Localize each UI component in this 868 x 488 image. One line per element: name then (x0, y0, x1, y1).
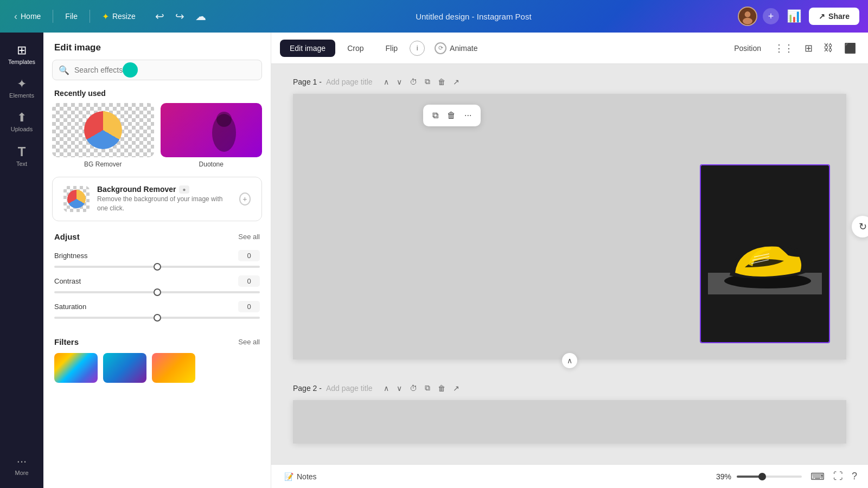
contrast-label: Contrast (54, 277, 81, 285)
page-1-up-button[interactable]: ∧ (381, 75, 391, 88)
notes-button[interactable]: 📝 Notes (280, 470, 321, 483)
zoom-knob[interactable] (758, 473, 766, 480)
cloud-button[interactable]: ☁ (192, 7, 209, 26)
filter-thumb-2[interactable] (103, 353, 146, 383)
resize-button[interactable]: ✦ Resize (97, 8, 141, 25)
undo-button[interactable]: ↩ (152, 7, 168, 26)
zoom-slider[interactable] (737, 476, 802, 478)
share-button[interactable]: ↗ Share (809, 8, 859, 25)
analytics-button[interactable]: 📊 (784, 7, 803, 25)
redo-button[interactable]: ↪ (172, 7, 188, 26)
page-2-delete-button[interactable]: 🗑 (436, 382, 448, 395)
help-button[interactable]: ? (850, 468, 859, 484)
sidebar-item-uploads[interactable]: ⬆ Uploads (3, 106, 41, 138)
filter-thumb-1[interactable] (54, 353, 98, 383)
bg-remover-text: Background Remover ● Remove the backgrou… (97, 185, 232, 213)
add-collaborator-button[interactable]: + (763, 8, 779, 24)
page-2-header: Page 2 - Add page title ∧ ∨ ⏱ ⧉ 🗑 ↗ (282, 381, 857, 395)
canvas-image-element[interactable]: ↻ (700, 164, 830, 343)
adjust-section: Adjust See all Brightness 0 Contrast 0 S (43, 232, 271, 337)
tab-flip[interactable]: Flip (376, 40, 408, 57)
contrast-thumb[interactable] (154, 288, 161, 296)
page-1-delete-button[interactable]: 🗑 (436, 75, 448, 88)
keyboard-shortcut-button[interactable]: ⌨ (808, 468, 827, 485)
contrast-slider[interactable] (54, 291, 260, 293)
fullscreen-button[interactable]: ⛶ (831, 468, 845, 484)
effect-card-bg-remover[interactable]: BG Remover (52, 103, 154, 168)
filters-header: Filters See all (54, 337, 260, 346)
bg-remover-section-icon (63, 186, 90, 212)
sidebar-item-text[interactable]: T Text (3, 140, 41, 172)
notes-icon: 📝 (284, 472, 293, 481)
align-icon-button[interactable]: ⋮⋮ (771, 39, 797, 57)
svg-point-1 (745, 11, 751, 17)
filter-thumb-3[interactable] (152, 353, 195, 383)
brightness-slider[interactable] (54, 266, 260, 268)
templates-icon: ⊞ (17, 44, 27, 56)
home-button[interactable]: ‹ Home (9, 8, 46, 25)
page-1-header: Page 1 - Add page title ∧ ∨ ⏱ ⧉ 🗑 ↗ (282, 75, 857, 88)
duotone-thumbnail (161, 103, 263, 157)
page-2-timer-button[interactable]: ⏱ (407, 382, 419, 395)
adjust-title: Adjust (54, 232, 80, 241)
zoom-value: 39% (712, 472, 731, 481)
brightness-label: Brightness (54, 252, 87, 260)
page-expand-button[interactable]: ∧ (562, 353, 577, 368)
page-2-copy-button[interactable]: ⧉ (423, 381, 432, 395)
filters-see-all[interactable]: See all (238, 338, 260, 346)
more-icon: ··· (17, 455, 27, 467)
refresh-button[interactable]: ↻ (852, 216, 868, 237)
page-2-share-button[interactable]: ↗ (451, 382, 462, 395)
page-1-block: Page 1 - Add page title ∧ ∨ ⏱ ⧉ 🗑 ↗ ⧉ 🗑 (282, 75, 857, 359)
page-1-down-button[interactable]: ∨ (394, 75, 404, 88)
search-input[interactable] (52, 60, 262, 80)
bottom-bar: 📝 Notes 39% ⌨ ⛶ ? (271, 464, 868, 488)
animate-icon: ⟳ (435, 42, 446, 54)
link-icon-button[interactable]: ⛓ (820, 39, 837, 57)
page-1-title-placeholder[interactable]: Add page title (326, 78, 373, 86)
page-2-block: Page 2 - Add page title ∧ ∨ ⏱ ⧉ 🗑 ↗ (282, 381, 857, 444)
canvas-inner-1[interactable]: ⧉ 🗑 ··· (293, 94, 846, 359)
saturation-thumb[interactable] (154, 314, 161, 322)
add-bg-remover-button[interactable]: + (239, 192, 251, 206)
saturation-slider[interactable] (54, 317, 260, 319)
bg-remover-section[interactable]: Background Remover ● Remove the backgrou… (52, 177, 262, 221)
topbar-separator (53, 10, 53, 23)
tab-crop[interactable]: Crop (337, 40, 373, 57)
page-1-copy-button[interactable]: ⧉ (423, 75, 432, 88)
sidebar: ⊞ Templates ✦ Elements ⬆ Uploads T Text … (0, 33, 43, 488)
sidebar-item-elements[interactable]: ✦ Elements (3, 73, 41, 104)
bg-remover-title: Background Remover ● (97, 185, 232, 194)
info-button[interactable]: i (410, 41, 425, 56)
page-2-title-placeholder[interactable]: Add page title (326, 384, 373, 393)
adjust-see-all[interactable]: See all (238, 233, 260, 241)
file-button[interactable]: File (60, 9, 83, 24)
pro-badge: ● (179, 185, 189, 194)
grid-icon-button[interactable]: ⊞ (801, 39, 816, 57)
sidebar-label-elements: Elements (9, 92, 34, 99)
sidebar-item-templates[interactable]: ⊞ Templates (3, 39, 41, 70)
page-2-down-button[interactable]: ∨ (394, 382, 404, 395)
avatar[interactable] (738, 7, 757, 26)
panel-header: Edit image (43, 33, 271, 60)
canvas-scroll: Page 1 - Add page title ∧ ∨ ⏱ ⧉ 🗑 ↗ ⧉ 🗑 (271, 64, 868, 488)
duotone-label: Duotone (199, 160, 224, 168)
topbar-left: ‹ Home File ✦ Resize (9, 8, 141, 25)
brightness-thumb[interactable] (154, 263, 161, 271)
canvas-inner-2[interactable] (293, 400, 846, 444)
position-button[interactable]: Position (729, 41, 767, 56)
float-copy-button[interactable]: ⧉ (429, 108, 442, 123)
tab-edit-image[interactable]: Edit image (280, 40, 335, 57)
effect-card-duotone[interactable]: Duotone (161, 103, 263, 168)
search-icon: 🔍 (59, 65, 69, 75)
page-1-share-button[interactable]: ↗ (451, 75, 462, 88)
animate-button[interactable]: ⟳ Animate (427, 39, 485, 57)
page-2-up-button[interactable]: ∧ (381, 382, 391, 395)
canvas-frame-2[interactable] (293, 400, 846, 444)
share-label: Share (828, 12, 850, 21)
float-more-button[interactable]: ··· (461, 108, 475, 123)
float-delete-button[interactable]: 🗑 (443, 108, 459, 123)
sidebar-item-more[interactable]: ··· More (3, 450, 41, 481)
page-1-timer-button[interactable]: ⏱ (407, 75, 419, 88)
expand-icon-button[interactable]: ⬛ (841, 39, 859, 57)
